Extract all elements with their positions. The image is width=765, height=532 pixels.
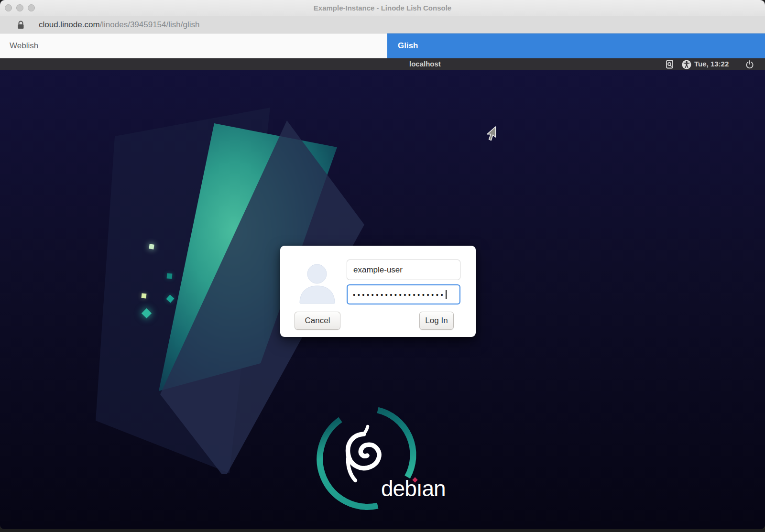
glow-square (149, 244, 154, 249)
cursor-pointer-icon (486, 126, 498, 143)
lock-icon (17, 21, 24, 29)
screen-magnifier-icon[interactable] (665, 60, 674, 69)
window-title: Example-Instance - Linode Lish Console (0, 4, 765, 12)
wordmark-an: an (422, 476, 446, 501)
text-caret (446, 290, 447, 299)
zoom-window-button[interactable] (28, 4, 35, 11)
clock-label[interactable]: Tue, 13:22 (694, 60, 729, 68)
cancel-button-label: Cancel (305, 316, 330, 326)
power-icon[interactable] (745, 60, 754, 69)
gnome-top-bar: localhost Tue, 13:22 (0, 58, 765, 70)
minimize-window-button[interactable] (16, 4, 23, 11)
tab-weblish-label: Weblish (10, 41, 38, 51)
login-dialog: •••••••••••••••••••• Cancel Log In (280, 246, 476, 337)
url-bar[interactable]: cloud.linode.com/linodes/39459154/lish/g… (0, 16, 765, 33)
url-path: /linodes/39459154/lish/glish (100, 20, 200, 29)
username-field[interactable] (347, 260, 460, 280)
titlebar: Example-Instance - Linode Lish Console (0, 0, 765, 16)
glow-square (142, 293, 147, 299)
traffic-lights (5, 4, 35, 11)
tab-glish[interactable]: Glish (387, 33, 765, 58)
debian-wordmark: debıan (381, 477, 446, 500)
glow-square (167, 273, 173, 279)
user-avatar (298, 263, 337, 304)
accessibility-icon[interactable] (682, 60, 691, 69)
tab-glish-label: Glish (398, 41, 418, 51)
glish-remote-screen: localhost Tue, 13:22 (0, 58, 765, 529)
close-window-button[interactable] (5, 4, 12, 11)
hostname-label: localhost (409, 60, 441, 68)
lish-tab-bar: Weblish Glish (0, 33, 765, 58)
wordmark-deb: deb (381, 476, 416, 501)
browser-window: Example-Instance - Linode Lish Console c… (0, 0, 765, 529)
url-host: cloud.linode.com (39, 20, 100, 29)
username-input[interactable] (347, 260, 460, 280)
password-masked-value: •••••••••••••••••••• (353, 291, 445, 298)
log-in-button-label: Log In (425, 316, 448, 326)
password-field[interactable]: •••••••••••••••••••• (347, 284, 460, 304)
log-in-button[interactable]: Log In (419, 312, 454, 330)
tab-weblish[interactable]: Weblish (0, 33, 387, 58)
cancel-button[interactable]: Cancel (295, 312, 340, 330)
url-text[interactable]: cloud.linode.com/linodes/39459154/lish/g… (39, 20, 199, 30)
